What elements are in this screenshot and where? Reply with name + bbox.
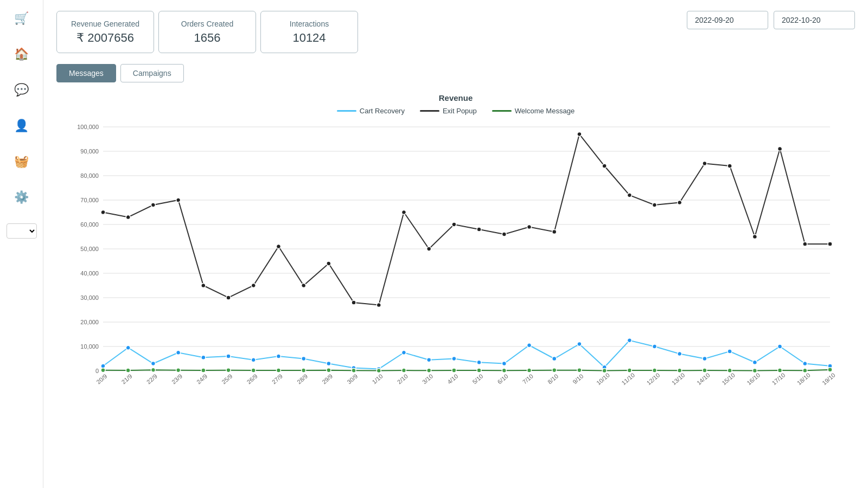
chart-title: Revenue bbox=[56, 93, 855, 102]
legend-welcome-message-label: Welcome Message bbox=[515, 107, 575, 115]
interactions-value: 10124 bbox=[274, 31, 344, 45]
svg-text:14/10: 14/10 bbox=[695, 372, 711, 387]
interactions-label: Interactions bbox=[274, 19, 344, 29]
svg-point-133 bbox=[627, 368, 631, 373]
orders-label: Orders Created bbox=[172, 19, 242, 29]
svg-point-69 bbox=[527, 225, 532, 229]
svg-text:5/10: 5/10 bbox=[471, 373, 484, 386]
svg-text:16/10: 16/10 bbox=[745, 372, 761, 387]
svg-point-67 bbox=[477, 227, 481, 232]
svg-text:7/10: 7/10 bbox=[521, 373, 534, 386]
svg-point-141 bbox=[828, 368, 832, 372]
svg-text:24/9: 24/9 bbox=[195, 373, 208, 386]
tab-campaigns[interactable]: Campaigns bbox=[120, 64, 184, 82]
svg-text:20/9: 20/9 bbox=[95, 373, 108, 386]
revenue-card: Revenue Generated ₹ 2007656 bbox=[56, 11, 154, 53]
svg-point-81 bbox=[828, 242, 832, 246]
svg-point-90 bbox=[302, 357, 306, 361]
date-to-input[interactable] bbox=[774, 11, 855, 29]
svg-point-61 bbox=[327, 261, 331, 266]
user-icon[interactable]: 👤 bbox=[12, 116, 31, 136]
svg-point-139 bbox=[778, 368, 782, 373]
svg-point-56 bbox=[201, 284, 206, 288]
svg-point-137 bbox=[727, 369, 732, 373]
svg-point-115 bbox=[176, 368, 181, 373]
svg-text:100,000: 100,000 bbox=[77, 124, 99, 130]
legend-welcome-message-line bbox=[492, 110, 512, 112]
language-select[interactable] bbox=[7, 223, 37, 239]
settings-icon[interactable]: ⚙️ bbox=[12, 188, 31, 207]
svg-text:25/9: 25/9 bbox=[220, 373, 233, 386]
svg-text:22/9: 22/9 bbox=[145, 373, 158, 386]
svg-point-129 bbox=[527, 368, 532, 373]
chat-icon[interactable]: 💬 bbox=[12, 80, 31, 100]
date-from-input[interactable] bbox=[687, 11, 768, 29]
svg-text:19/10: 19/10 bbox=[821, 372, 837, 387]
legend-cart-recovery-line bbox=[337, 110, 356, 112]
svg-point-135 bbox=[678, 369, 682, 373]
legend-cart-recovery: Cart Recovery bbox=[337, 107, 405, 115]
svg-point-108 bbox=[752, 360, 757, 364]
svg-point-100 bbox=[552, 357, 557, 361]
svg-point-103 bbox=[627, 338, 631, 343]
svg-point-101 bbox=[577, 342, 582, 346]
svg-point-62 bbox=[352, 300, 356, 305]
svg-point-84 bbox=[151, 362, 155, 366]
svg-text:20,000: 20,000 bbox=[80, 319, 99, 325]
svg-text:4/10: 4/10 bbox=[446, 373, 459, 386]
svg-point-77 bbox=[727, 164, 732, 168]
svg-point-120 bbox=[302, 368, 306, 373]
svg-text:2/10: 2/10 bbox=[396, 373, 409, 386]
svg-text:27/9: 27/9 bbox=[271, 373, 284, 386]
svg-point-52 bbox=[101, 210, 105, 215]
legend-welcome-message: Welcome Message bbox=[492, 107, 575, 115]
legend-exit-popup-label: Exit Popup bbox=[443, 107, 477, 115]
svg-point-86 bbox=[201, 355, 206, 359]
svg-point-140 bbox=[803, 369, 807, 373]
svg-point-58 bbox=[251, 284, 256, 288]
svg-text:1/10: 1/10 bbox=[371, 373, 384, 386]
svg-point-91 bbox=[327, 362, 331, 366]
svg-point-80 bbox=[803, 242, 807, 246]
date-filters bbox=[687, 11, 855, 29]
svg-point-60 bbox=[302, 284, 306, 288]
home-icon[interactable]: 🏠 bbox=[12, 44, 31, 64]
topbar: Revenue Generated ₹ 2007656 Orders Creat… bbox=[56, 11, 855, 53]
svg-point-70 bbox=[552, 230, 557, 234]
svg-text:26/9: 26/9 bbox=[246, 373, 259, 386]
svg-point-107 bbox=[727, 349, 732, 354]
svg-point-99 bbox=[527, 343, 532, 348]
svg-point-118 bbox=[251, 368, 256, 373]
svg-point-116 bbox=[201, 368, 206, 373]
svg-text:8/10: 8/10 bbox=[546, 373, 559, 386]
svg-point-68 bbox=[502, 232, 506, 236]
svg-point-74 bbox=[653, 203, 657, 207]
svg-point-109 bbox=[778, 344, 782, 349]
svg-text:12/10: 12/10 bbox=[646, 372, 661, 387]
basket-icon[interactable]: 🧺 bbox=[12, 152, 31, 171]
svg-text:60,000: 60,000 bbox=[80, 221, 99, 228]
svg-point-106 bbox=[703, 357, 707, 361]
svg-text:80,000: 80,000 bbox=[80, 172, 99, 179]
svg-point-119 bbox=[276, 368, 280, 373]
svg-point-85 bbox=[176, 350, 181, 355]
svg-text:9/10: 9/10 bbox=[571, 373, 584, 386]
svg-point-117 bbox=[226, 368, 231, 373]
svg-point-121 bbox=[327, 368, 331, 373]
svg-point-125 bbox=[427, 369, 431, 373]
svg-point-97 bbox=[477, 360, 481, 364]
svg-point-72 bbox=[602, 164, 607, 168]
svg-text:70,000: 70,000 bbox=[80, 197, 99, 203]
svg-text:17/10: 17/10 bbox=[771, 372, 787, 387]
cart-icon[interactable]: 🛒 bbox=[12, 9, 31, 28]
svg-text:3/10: 3/10 bbox=[421, 373, 434, 386]
tab-messages[interactable]: Messages bbox=[56, 64, 116, 82]
svg-text:29/9: 29/9 bbox=[321, 373, 334, 386]
svg-point-134 bbox=[653, 368, 657, 373]
svg-point-123 bbox=[376, 369, 381, 373]
svg-text:10/10: 10/10 bbox=[595, 372, 611, 387]
svg-point-71 bbox=[577, 132, 582, 137]
tabs-row: Messages Campaigns bbox=[56, 64, 855, 82]
svg-text:15/10: 15/10 bbox=[720, 372, 736, 387]
svg-text:30,000: 30,000 bbox=[80, 294, 99, 301]
